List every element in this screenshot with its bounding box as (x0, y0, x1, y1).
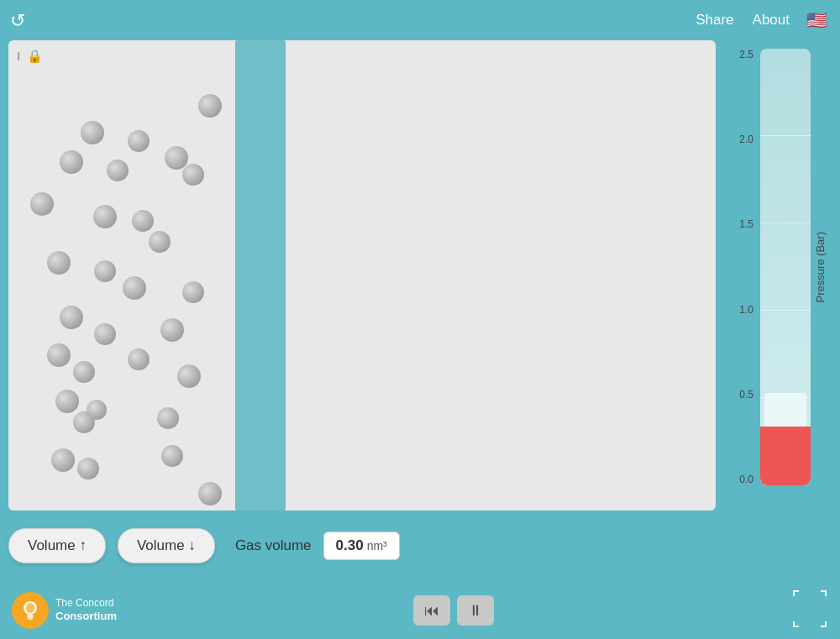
molecule-21 (177, 364, 201, 388)
gauge-scale-1_5: 1.5 (739, 218, 753, 230)
gauge-scale-2_0: 2.0 (739, 134, 753, 145)
gauge-scale-0_5: 0.5 (739, 389, 753, 401)
simulation-panel: I 🔒 (8, 40, 716, 511)
expand-tr-button[interactable] (811, 589, 828, 609)
molecule-4 (182, 164, 204, 186)
fullscreen-controls (791, 589, 828, 632)
top-bar-links: Share About 🇺🇸 (689, 8, 832, 32)
molecule-27 (77, 458, 99, 479)
gauge-fill-white (764, 393, 806, 427)
gauge-scale-2_5: 2.5 (739, 49, 753, 60)
molecule-14 (182, 281, 204, 303)
footer: The Concord Consortium ⏮ ⏸ (0, 582, 840, 639)
gas-volume-unit: nm³ (367, 539, 387, 553)
molecule-18 (128, 348, 150, 370)
concord-logo: The Concord Consortium (12, 592, 117, 629)
expand-bl-button[interactable] (791, 612, 808, 632)
molecule-8 (93, 205, 117, 228)
svg-rect-2 (28, 618, 33, 620)
gauge-bar (760, 49, 811, 485)
expand-bl-icon (793, 614, 806, 627)
molecule-11 (47, 251, 71, 275)
gauge-fill (760, 427, 811, 485)
expand-br-icon (813, 614, 827, 627)
lock-icon: 🔒 (27, 49, 43, 64)
controls-bar: Volume ↑ Volume ↓ Gas volume 0.30 nm³ (0, 511, 840, 578)
molecule-16 (94, 323, 116, 345)
gas-volume-value: 0.30 (336, 537, 364, 554)
concord-logo-text: The Concord Consortium (55, 597, 117, 624)
molecule-25 (157, 407, 179, 429)
pause-button[interactable]: ⏸ (457, 595, 494, 626)
volume-down-button[interactable]: Volume ↓ (118, 528, 215, 563)
gauge-scale: 2.5 2.0 1.5 1.0 0.5 0.0 (731, 49, 757, 485)
molecule-5 (60, 150, 83, 174)
main-area: I 🔒 2.5 2.0 1.5 1.0 0.5 0.0 (0, 40, 840, 511)
molecule-0 (198, 94, 222, 118)
fullscreen-row-bottom (791, 612, 828, 632)
share-button[interactable]: Share (689, 8, 740, 32)
molecule-19 (47, 343, 71, 367)
concord-line1: The Concord (55, 597, 113, 609)
molecule-10 (149, 231, 171, 253)
sim-overlay-icons: I 🔒 (17, 49, 43, 64)
gas-volume-label: Gas volume (235, 537, 312, 554)
rewind-icon: ⏮ (424, 602, 439, 620)
reload-button[interactable]: ↺ (10, 10, 25, 32)
playback-controls: ⏮ ⏸ (413, 595, 494, 626)
top-bar: ↺ Share About 🇺🇸 (0, 0, 840, 40)
molecule-1 (81, 121, 104, 144)
molecule-13 (123, 276, 146, 300)
molecule-17 (160, 318, 184, 342)
molecule-2 (128, 130, 150, 152)
gauge-scale-0_0: 0.0 (739, 474, 753, 485)
expand-br-button[interactable] (811, 612, 828, 632)
language-flag[interactable]: 🇺🇸 (801, 10, 832, 30)
pause-indicator-icon: I (17, 49, 20, 64)
expand-tr-icon (813, 590, 827, 604)
molecule-6 (107, 160, 129, 181)
volume-up-button[interactable]: Volume ↑ (8, 528, 106, 563)
concord-logo-icon (12, 592, 49, 629)
pressure-label: Pressure (Bar) (814, 228, 827, 306)
gauge-label: Pressure (Bar) (814, 49, 827, 485)
molecule-22 (55, 390, 79, 413)
lightbulb-icon (18, 599, 42, 622)
molecule-15 (60, 306, 83, 329)
pause-icon: ⏸ (468, 602, 483, 620)
molecule-12 (94, 260, 116, 282)
molecule-9 (132, 210, 154, 232)
svg-rect-1 (27, 615, 34, 618)
molecule-26 (51, 448, 75, 472)
expand-tl-button[interactable] (791, 589, 808, 609)
concord-line2: Consortium (55, 610, 117, 624)
piston[interactable] (235, 40, 286, 511)
gauge-scale-column: 2.5 2.0 1.5 1.0 0.5 0.0 (731, 49, 757, 485)
pressure-gauge: 2.5 2.0 1.5 1.0 0.5 0.0 Pressure (Bar) (722, 40, 832, 494)
reload-icon[interactable]: ↺ (10, 10, 25, 31)
rewind-button[interactable]: ⏮ (413, 595, 450, 626)
molecule-29 (161, 445, 183, 467)
svg-point-3 (26, 603, 34, 613)
molecule-7 (30, 192, 54, 216)
gas-volume-display: 0.30 nm³ (323, 532, 400, 560)
gauge-scale-1_0: 1.0 (739, 304, 753, 316)
molecule-20 (73, 361, 95, 383)
expand-tl-icon (793, 590, 806, 604)
about-button[interactable]: About (746, 8, 796, 32)
molecule-28 (198, 482, 222, 505)
molecule-24 (87, 400, 107, 420)
molecule-3 (165, 146, 188, 170)
fullscreen-row-top (791, 589, 828, 609)
